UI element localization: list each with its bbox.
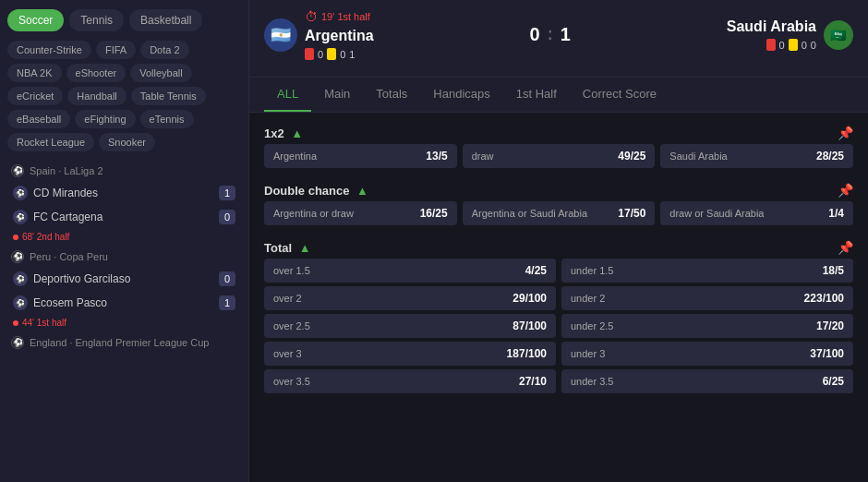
match-row-mirandes[interactable]: ⚽ CD Mirandes 1 <box>7 181 241 205</box>
bet-label-draw: draw <box>472 151 494 162</box>
league-globe-icon: ⚽ <box>11 164 24 177</box>
bet-cell-over-2[interactable]: over 2 29/100 <box>264 286 556 310</box>
section-arrow-1x2: ▲ <box>291 127 303 140</box>
bet-cell-draw-or-saudi[interactable]: draw or Saudi Arabia 1/4 <box>660 201 853 225</box>
league-globe-icon-peru: ⚽ <box>11 250 24 263</box>
subtab-table-tennis[interactable]: Table Tennis <box>131 87 206 105</box>
team-mirandes: ⚽ CD Mirandes <box>13 186 98 200</box>
bet-tab-handicaps[interactable]: Handicaps <box>420 78 502 112</box>
bet-tab-correct-score[interactable]: Correct Score <box>570 78 669 112</box>
pin-icon-1x2[interactable]: 📌 <box>838 126 853 140</box>
sport-tab-soccer[interactable]: Soccer <box>7 9 64 31</box>
bet-tab-all[interactable]: ALL <box>264 78 311 112</box>
section-title-total: Total ▲ <box>264 241 311 255</box>
home-team-name: Argentina <box>305 28 374 43</box>
home-red-card <box>305 48 314 60</box>
bet-odds-argentina-or-saudi: 17/50 <box>618 207 645 220</box>
bet-cell-over-3[interactable]: over 3 187/100 <box>264 342 556 366</box>
bet-odds-draw: 49/25 <box>618 150 645 163</box>
subtab-dota2[interactable]: Dota 2 <box>140 41 188 59</box>
sport-tab-tennis[interactable]: Tennis <box>69 9 124 31</box>
match-row-garcilaso[interactable]: ⚽ Deportivo Garcilaso 0 <box>7 267 241 291</box>
bet-odds-draw-or-saudi: 1/4 <box>828 207 844 220</box>
score-cartagena: 0 <box>219 210 235 224</box>
pin-icon-double-chance[interactable]: 📌 <box>838 183 853 198</box>
time-label-peru: 44' 1st half <box>22 318 66 328</box>
score-display: 0 : 1 <box>530 24 571 45</box>
subtab-nba2k[interactable]: NBA 2K <box>7 64 62 82</box>
score-mirandes: 1 <box>219 186 235 200</box>
score-ecosem: 1 <box>219 295 235 310</box>
bet-odds-under-3: 37/100 <box>810 347 844 360</box>
league-header-spain: ⚽ Spain · LaLiga 2 <box>7 159 241 181</box>
subtab-rocket-league[interactable]: Rocket League <box>7 133 94 151</box>
subtab-etennis[interactable]: eTennis <box>140 110 194 128</box>
subtab-fifa[interactable]: FIFA <box>96 41 136 59</box>
bet-label-argentina-or-draw: Argentina or draw <box>273 208 354 219</box>
bet-tab-totals[interactable]: Totals <box>363 78 420 112</box>
bet-cell-argentina[interactable]: Argentina 13/5 <box>264 144 457 168</box>
team-cartagena: ⚽ FC Cartagena <box>13 210 102 224</box>
match-status-icon: ⏱ <box>305 9 318 24</box>
bet-cell-under-3-5[interactable]: under 3.5 6/25 <box>561 369 853 393</box>
main-panel: 🇦🇷 ⏱ 19' 1st half Argentina 0 0 1 <box>249 0 868 482</box>
subtab-efighting[interactable]: eFighting <box>75 110 135 128</box>
section-double-chance: Double chance ▲ 📌 Argentina or draw 16/2… <box>264 177 853 225</box>
subtab-snooker[interactable]: Snooker <box>99 133 155 151</box>
sport-tab-basketball[interactable]: Basketball <box>129 9 202 31</box>
team-garcilaso: ⚽ Deportivo Garcilaso <box>13 271 130 286</box>
bet-cell-saudi-arabia[interactable]: Saudi Arabia 28/25 <box>660 144 853 168</box>
subtab-counter-strike[interactable]: Counter-Strike <box>7 41 91 59</box>
match-status-text: 19' 1st half <box>321 11 370 22</box>
section-arrow-double-chance: ▲ <box>356 184 368 198</box>
bet-label-saudi-arabia: Saudi Arabia <box>669 151 727 162</box>
bet-tab-1st-half[interactable]: 1st Half <box>503 78 570 112</box>
bet-cell-over-1-5[interactable]: over 1.5 4/25 <box>264 259 556 283</box>
bet-label-draw-or-saudi: draw or Saudi Arabia <box>669 208 764 219</box>
bet-odds-over-3-5: 27/10 <box>519 375 547 388</box>
bet-cell-under-1-5[interactable]: under 1.5 18/5 <box>561 259 853 283</box>
bet-label-over-1-5: over 1.5 <box>273 265 310 276</box>
pin-icon-total[interactable]: 📌 <box>838 240 853 255</box>
away-indicators: 0 0 0 <box>727 39 816 51</box>
bet-odds-under-2: 223/100 <box>804 292 844 305</box>
bet-content: 1x2 ▲ 📌 Argentina 13/5 draw 49/25 Saudi … <box>249 113 868 482</box>
team-icon-mirandes: ⚽ <box>13 186 28 200</box>
time-label-spain: 68' 2nd half <box>22 232 69 242</box>
bet-cell-under-3[interactable]: under 3 37/100 <box>561 342 853 366</box>
score-garcilaso: 0 <box>219 271 235 286</box>
bet-cell-under-2[interactable]: under 2 223/100 <box>561 286 853 310</box>
match-row-ecosem[interactable]: ⚽ Ecosem Pasco 1 <box>7 291 241 315</box>
home-yellow-card <box>327 48 336 60</box>
bet-cell-under-2-5[interactable]: under 2.5 17/20 <box>561 314 853 338</box>
sport-tabs: Soccer Tennis Basketball <box>7 9 241 31</box>
subtab-ecricket[interactable]: eCricket <box>7 87 63 105</box>
bet-row-total-2: over 2 29/100 under 2 223/100 <box>264 286 853 310</box>
bet-label-argentina-or-saudi: Argentina or Saudi Arabia <box>472 208 587 219</box>
bet-odds-argentina-or-draw: 16/25 <box>420 207 448 220</box>
bet-cell-argentina-or-draw[interactable]: Argentina or draw 16/25 <box>264 201 457 225</box>
bet-cell-over-2-5[interactable]: over 2.5 87/100 <box>264 314 556 338</box>
bet-label-under-3-5: under 3.5 <box>571 376 613 387</box>
away-red-card <box>766 39 776 51</box>
match-header-top: 🇦🇷 ⏱ 19' 1st half Argentina 0 0 1 <box>264 9 853 60</box>
bet-cell-draw[interactable]: draw 49/25 <box>463 144 656 168</box>
section-1x2: 1x2 ▲ 📌 Argentina 13/5 draw 49/25 Saudi … <box>264 120 853 168</box>
league-header-peru: ⚽ Peru · Copa Peru <box>7 245 241 267</box>
league-england: ⚽ England · England Premier League Cup <box>7 331 241 353</box>
subtab-volleyball[interactable]: Volleyball <box>130 64 191 82</box>
bet-label-under-2: under 2 <box>571 293 605 304</box>
match-row-cartagena[interactable]: ⚽ FC Cartagena 0 <box>7 205 241 229</box>
subtab-ebaseball[interactable]: eBaseball <box>7 110 70 128</box>
subtab-handball[interactable]: Handball <box>67 87 126 105</box>
live-dot-spain <box>13 235 18 240</box>
league-peru: ⚽ Peru · Copa Peru ⚽ Deportivo Garcilaso… <box>7 245 241 331</box>
bet-tab-main[interactable]: Main <box>311 78 363 112</box>
league-header-england: ⚽ England · England Premier League Cup <box>7 331 241 353</box>
team-ecosem: ⚽ Ecosem Pasco <box>13 295 107 310</box>
bet-odds-under-1-5: 18/5 <box>823 264 844 277</box>
bet-cell-argentina-or-saudi[interactable]: Argentina or Saudi Arabia 17/50 <box>463 201 656 225</box>
bet-label-over-3: over 3 <box>273 348 302 359</box>
bet-cell-over-3-5[interactable]: over 3.5 27/10 <box>264 369 556 393</box>
subtab-eshooter[interactable]: eShooter <box>66 64 127 82</box>
